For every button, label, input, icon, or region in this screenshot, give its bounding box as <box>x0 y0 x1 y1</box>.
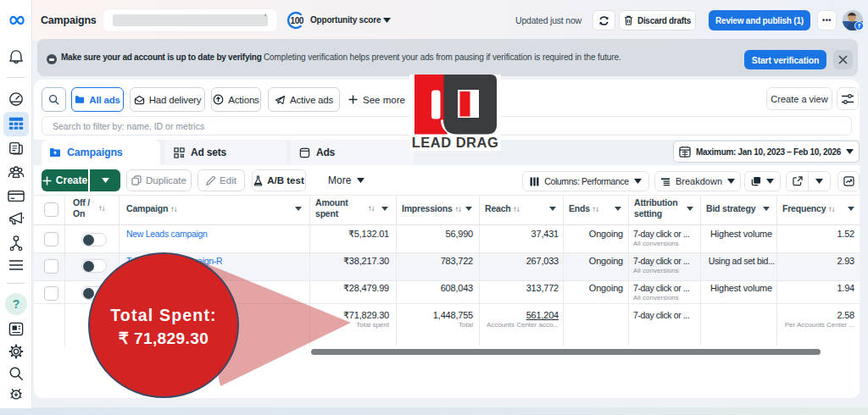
svg-text:Total Spent:: Total Spent: <box>110 306 217 324</box>
svg-text:₹ 71,829.30: ₹ 71,829.30 <box>119 329 209 347</box>
